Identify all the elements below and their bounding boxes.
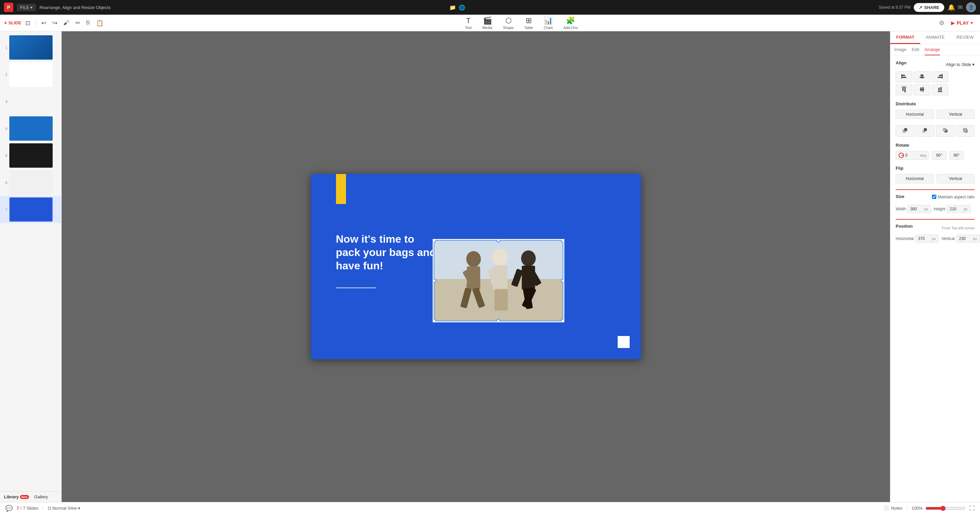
text-tool[interactable]: T Text: [460, 15, 476, 31]
align-left-button[interactable]: [896, 71, 912, 82]
slides-sidebar: 1 2 3 4 5 6 7: [0, 31, 62, 502]
photo-object[interactable]: 👤: [433, 239, 564, 322]
svg-point-14: [521, 250, 536, 266]
slide-thumb-3[interactable]: 3: [0, 88, 61, 115]
play-dropdown-arrow[interactable]: ▾: [970, 21, 973, 25]
distribute-section: Distribute Horizontal Vertical: [896, 101, 975, 119]
tab-animate[interactable]: ANIMATE: [920, 31, 950, 44]
user-avatar[interactable]: 👤: [966, 2, 976, 12]
vertical-input-wrap: px: [956, 235, 980, 243]
fullscreen-button[interactable]: ⛶: [969, 505, 975, 511]
align-bottom-button[interactable]: [932, 84, 948, 95]
sub-tabs: Image Edit Arrange: [890, 45, 980, 56]
height-unit: px: [964, 207, 968, 211]
flip-horizontal-button[interactable]: Horizontal: [896, 174, 934, 183]
horizontal-input[interactable]: [918, 236, 931, 241]
width-input[interactable]: [910, 207, 924, 211]
flip-vertical-button[interactable]: Vertical: [937, 174, 975, 183]
slide-thumb-4[interactable]: 4: [0, 115, 61, 142]
vertical-label: Vertical: [942, 236, 955, 241]
vertical-position-field: Vertical px: [942, 235, 980, 243]
rotate-value-input[interactable]: [905, 153, 919, 158]
share-button[interactable]: ↗ SHARE: [914, 3, 944, 12]
view-icon: ⊡: [48, 506, 51, 511]
vertical-input[interactable]: [959, 236, 972, 241]
shape-tool[interactable]: ⬡ Shape: [498, 15, 518, 31]
position-title: Position: [896, 224, 913, 229]
send-backward-button[interactable]: [936, 125, 955, 137]
slide-thumb-6[interactable]: 6: [0, 169, 61, 196]
mail-icon[interactable]: ✉: [958, 4, 963, 11]
zoom-slider[interactable]: [925, 506, 965, 511]
bring-forward-button[interactable]: [916, 125, 934, 137]
align-middle-button[interactable]: [914, 84, 930, 95]
slide-thumb-5[interactable]: 5: [0, 142, 61, 169]
distribute-horizontal-button[interactable]: Horizontal: [896, 110, 934, 119]
addons-icon: 🧩: [566, 16, 575, 25]
notes-button[interactable]: 📄 Notes: [884, 506, 902, 511]
slide-thumb-7[interactable]: 7: [0, 196, 61, 223]
view-mode-selector[interactable]: ⊡ Normal View ▾: [48, 506, 81, 511]
align-right-button[interactable]: [932, 71, 948, 82]
tab-format[interactable]: FORMAT: [890, 31, 920, 44]
slide-thumb-2[interactable]: 2: [0, 61, 61, 88]
distribute-vertical-button[interactable]: Vertical: [937, 110, 975, 119]
aspect-ratio-checkbox[interactable]: [932, 195, 936, 199]
zoom-area: 100%: [912, 506, 965, 511]
align-section: Align Align to Slide ▾: [896, 60, 975, 95]
globe-icon[interactable]: 🌐: [459, 4, 465, 11]
size-inputs: Width px Height px: [896, 205, 975, 213]
slide-canvas[interactable]: Now it's time to pack your bags and have…: [311, 174, 641, 359]
folder-icon[interactable]: 📁: [449, 4, 456, 11]
canvas-area[interactable]: Now it's time to pack your bags and have…: [62, 31, 890, 502]
doc-icons: 📁 🌐: [449, 4, 465, 11]
rotate-ccw-button[interactable]: 90°: [932, 151, 947, 160]
shape-icon: ⬡: [505, 16, 512, 25]
svg-rect-39: [904, 128, 907, 131]
rotate-dial[interactable]: [899, 153, 904, 158]
view-toggle-button[interactable]: ⊡: [23, 18, 32, 28]
subtab-image[interactable]: Image: [894, 47, 906, 55]
align-top-button[interactable]: [896, 84, 912, 95]
width-field: Width px: [896, 205, 931, 213]
addons-tool[interactable]: 🧩 Add-Ons: [558, 15, 582, 31]
panel-content: Align Align to Slide ▾: [890, 56, 980, 502]
settings-icon[interactable]: ⚙: [938, 18, 946, 28]
play-button[interactable]: ▶ PLAY ▾: [948, 18, 976, 28]
chat-icon[interactable]: 💬: [5, 504, 13, 512]
tab-review[interactable]: REVIEW: [950, 31, 980, 44]
align-center-h-button[interactable]: [914, 71, 930, 82]
layer-buttons: [896, 125, 975, 137]
height-input[interactable]: [950, 207, 963, 211]
send-to-back-button[interactable]: [956, 125, 975, 137]
table-tool[interactable]: ⊞ Table: [520, 15, 538, 31]
height-field: Height px: [934, 205, 970, 213]
height-input-wrap: px: [947, 205, 970, 213]
copy-button[interactable]: ⎘: [84, 18, 92, 28]
rotate-cw-button[interactable]: 90°: [949, 151, 964, 160]
insert-tools: T Text 🎬 Media ⬡ Shape ⊞ Table 📊 Chart 🧩…: [460, 15, 583, 31]
bring-to-front-button[interactable]: [896, 125, 914, 137]
position-divider: [896, 219, 975, 220]
bell-icon[interactable]: 🔔: [948, 4, 955, 11]
subtab-arrange[interactable]: Arrange: [925, 47, 940, 55]
slide-thumb-1[interactable]: 1: [0, 34, 61, 61]
undo-button[interactable]: ↩: [39, 18, 48, 28]
chart-tool[interactable]: 📊 Chart: [539, 15, 557, 31]
total-slides: 7 Slides: [23, 506, 38, 511]
align-dropdown[interactable]: Align to Slide ▾: [946, 62, 975, 67]
saved-status: Saved at 8:37 PM: [879, 5, 910, 10]
gallery-button[interactable]: Gallery: [34, 494, 48, 499]
paint-format-button[interactable]: 🖌: [61, 18, 72, 28]
rotate-title: Rotate: [896, 143, 975, 148]
redo-button[interactable]: ↪: [50, 18, 59, 28]
add-icon[interactable]: +: [4, 20, 7, 26]
paste-button[interactable]: 📋: [94, 18, 105, 28]
vertical-unit: px: [973, 237, 977, 241]
media-tool[interactable]: 🎬 Media: [478, 15, 497, 31]
subtab-edit[interactable]: Edit: [912, 47, 919, 55]
cut-button[interactable]: ✂: [73, 18, 82, 28]
svg-rect-20: [902, 75, 905, 76]
file-menu-button[interactable]: FILE ▾: [17, 4, 36, 11]
library-button[interactable]: Library New: [4, 494, 29, 499]
